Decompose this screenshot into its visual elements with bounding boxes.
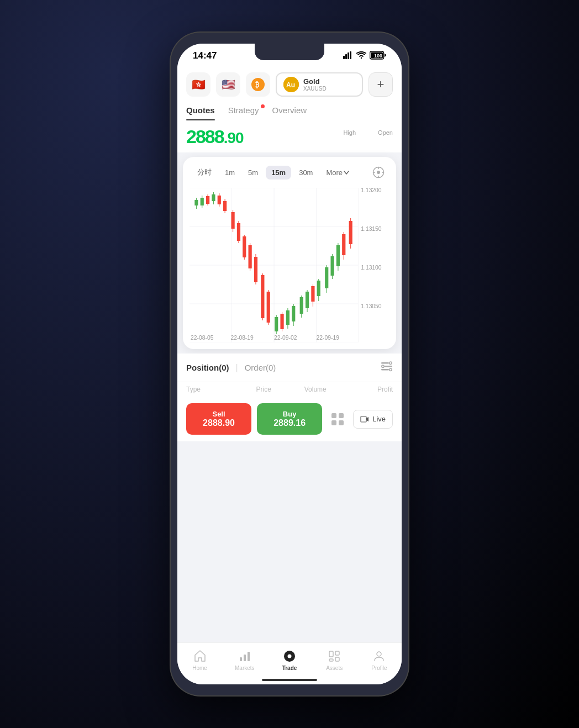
tf-more[interactable]: More <box>320 166 355 180</box>
buy-button[interactable]: Buy 2889.16 <box>257 403 322 435</box>
position-order-tabs: Position(0) | Order(0) <box>177 354 402 382</box>
high-label: High <box>343 129 356 136</box>
strategy-dot <box>261 104 265 108</box>
svg-rect-103 <box>335 651 339 655</box>
asset-tab-us[interactable]: 🇺🇸 <box>216 72 240 97</box>
nav-markets[interactable]: Markets <box>222 647 267 673</box>
svg-rect-63 <box>306 292 309 308</box>
col-volume-header: Volume <box>290 386 341 393</box>
svg-rect-37 <box>223 201 227 211</box>
svg-rect-65 <box>311 286 314 302</box>
markets-icon <box>238 650 251 663</box>
asset-tab-btc[interactable]: ₿ <box>246 72 270 97</box>
price-labels: High Open <box>343 125 393 136</box>
svg-rect-90 <box>381 369 389 371</box>
price-header: 2888.90 High Open <box>177 120 402 152</box>
nav-assets[interactable]: Assets <box>312 647 357 673</box>
svg-text:1.13200: 1.13200 <box>361 188 382 193</box>
asset-tab-hk[interactable]: 🇭🇰 <box>186 72 210 97</box>
markets-label: Markets <box>235 665 255 671</box>
bottom-section: Position(0) | Order(0) Type Price <box>177 354 402 441</box>
candlestick-chart[interactable]: 1.13200 1.13150 1.13100 1.13050 22-08-05… <box>190 188 389 342</box>
svg-text:1.13050: 1.13050 <box>361 303 382 309</box>
svg-rect-59 <box>292 306 295 321</box>
svg-point-12 <box>377 171 380 174</box>
svg-rect-95 <box>339 420 344 425</box>
grid-trade-icon[interactable] <box>328 409 348 429</box>
asset-tab-gold[interactable]: Au Gold XAUUSD <box>276 72 363 97</box>
tab-position[interactable]: Position(0) <box>186 363 229 372</box>
profile-icon <box>372 650 386 663</box>
tf-15m[interactable]: 15m <box>266 166 291 180</box>
nav-home[interactable]: Home <box>177 647 222 673</box>
svg-rect-104 <box>335 657 339 661</box>
svg-rect-98 <box>244 655 246 661</box>
svg-text:₿: ₿ <box>255 81 259 89</box>
svg-rect-33 <box>212 194 215 201</box>
svg-text:22-08-05: 22-08-05 <box>191 335 214 341</box>
svg-text:Au: Au <box>286 81 295 89</box>
sell-button[interactable]: Sell 2888.90 <box>186 403 251 435</box>
svg-rect-67 <box>317 281 320 296</box>
svg-rect-92 <box>331 413 336 418</box>
svg-point-101 <box>288 655 292 658</box>
tab-quotes[interactable]: Quotes <box>186 105 215 120</box>
current-price: 2888.90 <box>186 125 244 148</box>
tf-30m[interactable]: 30m <box>293 166 318 180</box>
tf-5m[interactable]: 5m <box>243 166 264 180</box>
position-settings-icon[interactable] <box>381 360 393 375</box>
svg-rect-77 <box>349 221 352 244</box>
svg-point-106 <box>377 652 381 656</box>
status-time: 14:47 <box>193 50 217 61</box>
add-asset-button[interactable]: + <box>369 72 393 97</box>
svg-rect-0 <box>343 56 345 59</box>
svg-rect-99 <box>248 652 250 661</box>
svg-rect-2 <box>348 52 349 59</box>
svg-point-91 <box>389 368 392 371</box>
live-label: Live <box>372 415 386 423</box>
nav-trade[interactable]: Trade <box>267 647 312 673</box>
gold-info: Gold XAUUSD <box>303 77 327 92</box>
svg-rect-1 <box>345 54 347 59</box>
svg-rect-39 <box>231 212 235 229</box>
col-type-header: Type <box>186 386 238 393</box>
home-indicator <box>262 679 317 681</box>
svg-rect-3 <box>350 51 351 59</box>
timeframe-tabs: 分时 1m 5m 15m 30m More <box>187 163 392 188</box>
tf-1m[interactable]: 1m <box>219 166 240 180</box>
svg-rect-27 <box>194 200 198 205</box>
tab-overview[interactable]: Overview <box>272 105 307 120</box>
svg-rect-57 <box>286 310 290 325</box>
chart-settings-button[interactable] <box>370 163 387 181</box>
svg-rect-86 <box>381 362 389 364</box>
svg-rect-55 <box>280 314 283 329</box>
svg-rect-61 <box>300 297 303 314</box>
svg-rect-71 <box>330 256 334 276</box>
svg-rect-51 <box>267 292 270 323</box>
live-button[interactable]: Live <box>353 410 393 429</box>
svg-rect-31 <box>206 196 209 204</box>
tab-order[interactable]: Order(0) <box>245 363 276 372</box>
svg-rect-69 <box>325 267 328 288</box>
svg-rect-49 <box>261 275 264 318</box>
profile-label: Profile <box>371 665 387 671</box>
col-price-header: Price <box>238 386 290 393</box>
sell-label: Sell <box>193 410 245 418</box>
battery-icon: 100 <box>370 51 386 61</box>
asset-name: Gold <box>303 77 327 86</box>
main-nav-tabs: Quotes Strategy Overview <box>186 101 393 120</box>
nav-profile[interactable]: Profile <box>357 647 402 673</box>
table-headers: Type Price Volume Profit <box>177 382 402 397</box>
sell-price: 2888.90 <box>193 418 245 428</box>
svg-text:100: 100 <box>374 53 382 59</box>
svg-rect-53 <box>275 317 278 331</box>
wifi-icon <box>356 51 366 61</box>
signal-icon <box>343 51 353 61</box>
notch <box>255 44 324 60</box>
assets-label: Assets <box>326 665 343 671</box>
tf-fenshí[interactable]: 分时 <box>192 165 217 180</box>
svg-point-89 <box>382 365 384 367</box>
tab-strategy[interactable]: Strategy <box>228 105 259 120</box>
svg-rect-88 <box>385 366 392 367</box>
asset-tabs: 🇭🇰 🇺🇸 ₿ Au Gol <box>186 68 393 101</box>
